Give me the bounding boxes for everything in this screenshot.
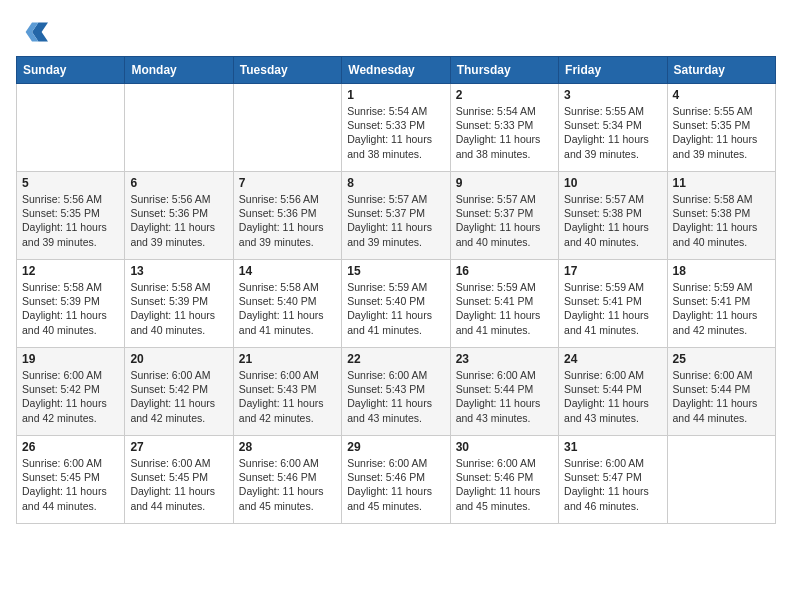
day-info: Sunrise: 5:59 AM Sunset: 5:40 PM Dayligh…	[347, 280, 444, 337]
day-header-saturday: Saturday	[667, 57, 775, 84]
day-cell: 29Sunrise: 6:00 AM Sunset: 5:46 PM Dayli…	[342, 436, 450, 524]
day-number: 31	[564, 440, 661, 454]
day-number: 10	[564, 176, 661, 190]
day-number: 28	[239, 440, 336, 454]
day-info: Sunrise: 5:58 AM Sunset: 5:39 PM Dayligh…	[22, 280, 119, 337]
day-cell: 12Sunrise: 5:58 AM Sunset: 5:39 PM Dayli…	[17, 260, 125, 348]
header	[16, 16, 776, 48]
day-cell	[667, 436, 775, 524]
day-cell: 23Sunrise: 6:00 AM Sunset: 5:44 PM Dayli…	[450, 348, 558, 436]
day-info: Sunrise: 6:00 AM Sunset: 5:43 PM Dayligh…	[239, 368, 336, 425]
day-header-monday: Monday	[125, 57, 233, 84]
day-number: 21	[239, 352, 336, 366]
day-number: 12	[22, 264, 119, 278]
day-cell: 31Sunrise: 6:00 AM Sunset: 5:47 PM Dayli…	[559, 436, 667, 524]
day-number: 18	[673, 264, 770, 278]
day-info: Sunrise: 6:00 AM Sunset: 5:42 PM Dayligh…	[22, 368, 119, 425]
day-cell: 6Sunrise: 5:56 AM Sunset: 5:36 PM Daylig…	[125, 172, 233, 260]
day-info: Sunrise: 5:54 AM Sunset: 5:33 PM Dayligh…	[347, 104, 444, 161]
logo	[16, 16, 52, 48]
week-row-2: 5Sunrise: 5:56 AM Sunset: 5:35 PM Daylig…	[17, 172, 776, 260]
day-cell: 28Sunrise: 6:00 AM Sunset: 5:46 PM Dayli…	[233, 436, 341, 524]
day-cell: 13Sunrise: 5:58 AM Sunset: 5:39 PM Dayli…	[125, 260, 233, 348]
day-cell: 9Sunrise: 5:57 AM Sunset: 5:37 PM Daylig…	[450, 172, 558, 260]
day-number: 11	[673, 176, 770, 190]
day-cell: 1Sunrise: 5:54 AM Sunset: 5:33 PM Daylig…	[342, 84, 450, 172]
day-info: Sunrise: 6:00 AM Sunset: 5:44 PM Dayligh…	[456, 368, 553, 425]
day-cell: 11Sunrise: 5:58 AM Sunset: 5:38 PM Dayli…	[667, 172, 775, 260]
day-number: 19	[22, 352, 119, 366]
day-number: 5	[22, 176, 119, 190]
day-cell: 17Sunrise: 5:59 AM Sunset: 5:41 PM Dayli…	[559, 260, 667, 348]
day-header-tuesday: Tuesday	[233, 57, 341, 84]
day-info: Sunrise: 5:56 AM Sunset: 5:35 PM Dayligh…	[22, 192, 119, 249]
day-cell: 15Sunrise: 5:59 AM Sunset: 5:40 PM Dayli…	[342, 260, 450, 348]
day-number: 15	[347, 264, 444, 278]
day-number: 8	[347, 176, 444, 190]
day-info: Sunrise: 5:57 AM Sunset: 5:37 PM Dayligh…	[456, 192, 553, 249]
day-cell: 24Sunrise: 6:00 AM Sunset: 5:44 PM Dayli…	[559, 348, 667, 436]
day-info: Sunrise: 5:58 AM Sunset: 5:38 PM Dayligh…	[673, 192, 770, 249]
week-row-5: 26Sunrise: 6:00 AM Sunset: 5:45 PM Dayli…	[17, 436, 776, 524]
day-info: Sunrise: 6:00 AM Sunset: 5:45 PM Dayligh…	[130, 456, 227, 513]
day-number: 14	[239, 264, 336, 278]
day-number: 17	[564, 264, 661, 278]
day-cell: 8Sunrise: 5:57 AM Sunset: 5:37 PM Daylig…	[342, 172, 450, 260]
day-cell	[17, 84, 125, 172]
day-number: 24	[564, 352, 661, 366]
day-cell: 10Sunrise: 5:57 AM Sunset: 5:38 PM Dayli…	[559, 172, 667, 260]
day-info: Sunrise: 6:00 AM Sunset: 5:44 PM Dayligh…	[564, 368, 661, 425]
day-info: Sunrise: 5:59 AM Sunset: 5:41 PM Dayligh…	[564, 280, 661, 337]
day-number: 3	[564, 88, 661, 102]
day-info: Sunrise: 5:59 AM Sunset: 5:41 PM Dayligh…	[673, 280, 770, 337]
day-cell: 22Sunrise: 6:00 AM Sunset: 5:43 PM Dayli…	[342, 348, 450, 436]
day-cell: 4Sunrise: 5:55 AM Sunset: 5:35 PM Daylig…	[667, 84, 775, 172]
day-info: Sunrise: 5:56 AM Sunset: 5:36 PM Dayligh…	[239, 192, 336, 249]
day-number: 25	[673, 352, 770, 366]
day-info: Sunrise: 6:00 AM Sunset: 5:46 PM Dayligh…	[456, 456, 553, 513]
day-info: Sunrise: 5:55 AM Sunset: 5:35 PM Dayligh…	[673, 104, 770, 161]
day-cell: 7Sunrise: 5:56 AM Sunset: 5:36 PM Daylig…	[233, 172, 341, 260]
day-cell: 25Sunrise: 6:00 AM Sunset: 5:44 PM Dayli…	[667, 348, 775, 436]
day-number: 30	[456, 440, 553, 454]
day-cell: 20Sunrise: 6:00 AM Sunset: 5:42 PM Dayli…	[125, 348, 233, 436]
day-number: 6	[130, 176, 227, 190]
week-row-1: 1Sunrise: 5:54 AM Sunset: 5:33 PM Daylig…	[17, 84, 776, 172]
day-number: 1	[347, 88, 444, 102]
day-cell: 27Sunrise: 6:00 AM Sunset: 5:45 PM Dayli…	[125, 436, 233, 524]
day-cell: 16Sunrise: 5:59 AM Sunset: 5:41 PM Dayli…	[450, 260, 558, 348]
day-cell	[125, 84, 233, 172]
day-info: Sunrise: 5:55 AM Sunset: 5:34 PM Dayligh…	[564, 104, 661, 161]
day-cell: 3Sunrise: 5:55 AM Sunset: 5:34 PM Daylig…	[559, 84, 667, 172]
day-info: Sunrise: 6:00 AM Sunset: 5:45 PM Dayligh…	[22, 456, 119, 513]
day-number: 9	[456, 176, 553, 190]
day-info: Sunrise: 6:00 AM Sunset: 5:46 PM Dayligh…	[347, 456, 444, 513]
day-info: Sunrise: 5:58 AM Sunset: 5:40 PM Dayligh…	[239, 280, 336, 337]
day-number: 4	[673, 88, 770, 102]
day-info: Sunrise: 5:57 AM Sunset: 5:38 PM Dayligh…	[564, 192, 661, 249]
day-header-friday: Friday	[559, 57, 667, 84]
day-cell: 18Sunrise: 5:59 AM Sunset: 5:41 PM Dayli…	[667, 260, 775, 348]
day-info: Sunrise: 6:00 AM Sunset: 5:43 PM Dayligh…	[347, 368, 444, 425]
day-info: Sunrise: 6:00 AM Sunset: 5:47 PM Dayligh…	[564, 456, 661, 513]
day-info: Sunrise: 5:57 AM Sunset: 5:37 PM Dayligh…	[347, 192, 444, 249]
day-info: Sunrise: 5:54 AM Sunset: 5:33 PM Dayligh…	[456, 104, 553, 161]
day-cell	[233, 84, 341, 172]
day-header-thursday: Thursday	[450, 57, 558, 84]
page-container: SundayMondayTuesdayWednesdayThursdayFrid…	[16, 16, 776, 524]
day-cell: 19Sunrise: 6:00 AM Sunset: 5:42 PM Dayli…	[17, 348, 125, 436]
day-number: 22	[347, 352, 444, 366]
day-number: 29	[347, 440, 444, 454]
day-number: 27	[130, 440, 227, 454]
day-cell: 2Sunrise: 5:54 AM Sunset: 5:33 PM Daylig…	[450, 84, 558, 172]
day-cell: 14Sunrise: 5:58 AM Sunset: 5:40 PM Dayli…	[233, 260, 341, 348]
day-number: 23	[456, 352, 553, 366]
week-row-3: 12Sunrise: 5:58 AM Sunset: 5:39 PM Dayli…	[17, 260, 776, 348]
day-number: 16	[456, 264, 553, 278]
days-header-row: SundayMondayTuesdayWednesdayThursdayFrid…	[17, 57, 776, 84]
day-header-sunday: Sunday	[17, 57, 125, 84]
day-number: 26	[22, 440, 119, 454]
day-cell: 5Sunrise: 5:56 AM Sunset: 5:35 PM Daylig…	[17, 172, 125, 260]
day-number: 7	[239, 176, 336, 190]
day-info: Sunrise: 6:00 AM Sunset: 5:42 PM Dayligh…	[130, 368, 227, 425]
